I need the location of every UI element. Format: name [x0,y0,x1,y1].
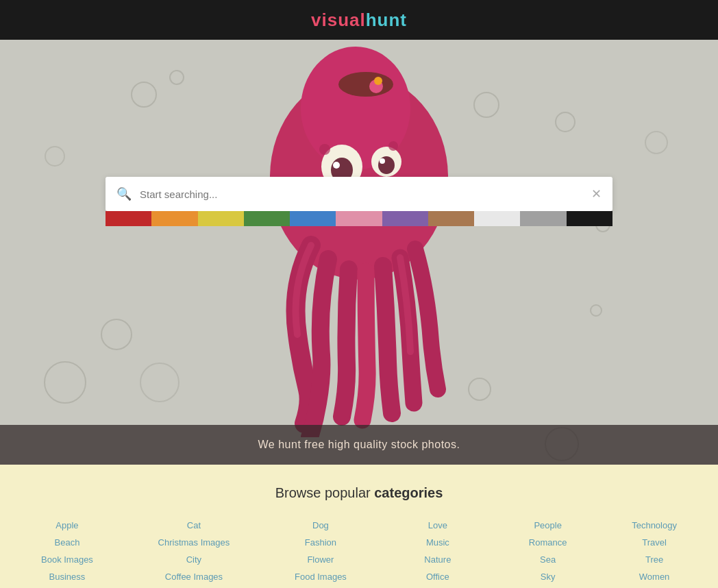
swatch-brown[interactable] [428,211,474,226]
category-link-travel[interactable]: Travel [642,537,667,548]
svg-point-7 [333,162,340,169]
search-container: 🔍 ✕ [106,177,612,226]
category-link-technology[interactable]: Technology [632,520,677,530]
category-column-0: AppleBeachBook ImagesBusinessCar [41,520,93,588]
swatch-orange[interactable] [151,211,197,226]
tagline-text: We hunt free high quality stock photos. [258,439,460,451]
category-link-dog[interactable]: Dog [312,520,329,530]
svg-point-8 [380,158,385,164]
swatch-yellow[interactable] [198,211,244,226]
category-link-beach[interactable]: Beach [55,537,80,548]
categories-title-bold: categories [374,485,443,500]
category-link-nature[interactable]: Nature [424,554,451,565]
search-icon: 🔍 [116,186,132,201]
svg-point-14 [388,141,398,151]
category-link-music[interactable]: Music [426,537,449,548]
category-column-1: CatChristmas ImagesCityCoffee ImagesComp… [158,520,230,588]
color-swatches [106,211,612,226]
svg-point-19 [374,77,382,85]
categories-section: Browse popular categories AppleBeachBook… [0,465,718,588]
swatch-purple[interactable] [382,211,428,226]
svg-point-13 [319,144,330,155]
category-link-sea[interactable]: Sea [540,554,556,565]
swatch-white[interactable] [474,211,520,226]
hero-section: 🔍 ✕ We hunt free high quality stock phot… [0,40,718,465]
logo-hunt-text: hunt [366,10,407,30]
swatch-pink[interactable] [336,211,382,226]
swatch-black[interactable] [567,211,612,226]
category-column-2: DogFashionFlowerFood ImagesHappy [295,520,347,588]
category-link-people[interactable]: People [534,520,561,530]
logo-visual-text: visual [311,10,366,30]
category-link-book-images[interactable]: Book Images [41,554,93,565]
category-link-christmas-images[interactable]: Christmas Images [158,537,230,548]
category-link-food-images[interactable]: Food Images [295,572,347,582]
categories-title: Browse popular categories [41,485,677,501]
category-link-tree[interactable]: Tree [645,554,663,565]
category-link-cat[interactable]: Cat [187,520,201,530]
category-link-women[interactable]: Women [639,572,670,582]
category-link-sky[interactable]: Sky [541,572,556,582]
category-link-apple[interactable]: Apple [55,520,78,530]
swatch-gray[interactable] [520,211,566,226]
site-logo[interactable]: visualhunt [311,10,407,31]
category-link-flower[interactable]: Flower [307,554,334,565]
category-link-city[interactable]: City [186,554,201,565]
swatch-red[interactable] [106,211,151,226]
category-link-fashion[interactable]: Fashion [305,537,336,548]
categories-grid: AppleBeachBook ImagesBusinessCarCatChris… [41,520,677,588]
hero-creature-svg [222,40,496,437]
category-link-business[interactable]: Business [49,572,86,582]
swatch-blue[interactable] [290,211,336,226]
category-link-romance[interactable]: Romance [529,537,567,548]
search-input[interactable] [140,188,591,200]
category-column-3: LoveMusicNatureOfficeParty Images [412,520,465,588]
search-clear-button[interactable]: ✕ [591,186,602,201]
hero-background [0,40,718,465]
category-link-coffee-images[interactable]: Coffee Images [165,572,223,582]
search-bar: 🔍 ✕ [106,177,612,211]
category-link-love[interactable]: Love [428,520,447,530]
category-column-5: TechnologyTravelTreeWomenWork [632,520,677,588]
swatch-green[interactable] [244,211,290,226]
tagline-bar: We hunt free high quality stock photos. [0,425,718,465]
site-header: visualhunt [0,0,718,40]
category-link-office[interactable]: Office [426,572,449,582]
svg-point-2 [338,72,393,97]
categories-title-plain: Browse popular [275,485,371,500]
category-column-4: PeopleRomanceSeaSkySnow [529,520,567,588]
